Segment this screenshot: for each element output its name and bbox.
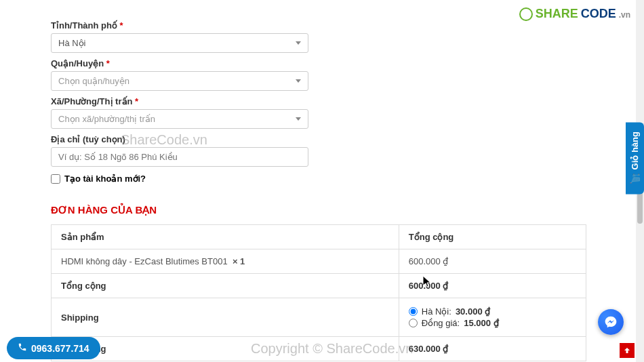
shipping-label: Shipping (52, 298, 399, 337)
district-select[interactable]: Chọn quận/huyện (51, 71, 308, 91)
messenger-icon (604, 315, 618, 329)
address-input[interactable] (51, 147, 308, 167)
total-value: 630.000 ₫ (399, 337, 586, 361)
shipping-opt1[interactable]: Hà Nội: 30.000 ₫ (409, 306, 576, 317)
order-table: Sản phẩm Tổng cộng HDMI không dây - EzCa… (51, 224, 586, 361)
sharecode-logo: SHARECODE.vn (519, 7, 630, 21)
header-total: Tổng cộng (399, 225, 586, 249)
ward-select[interactable]: Chọn xã/phường/thị trấn (51, 109, 308, 129)
create-account-checkbox[interactable] (51, 174, 60, 184)
chevron-down-icon (296, 117, 301, 121)
table-header-row: Sản phẩm Tổng cộng (52, 225, 586, 249)
province-select[interactable]: Hà Nội (51, 33, 308, 53)
messenger-button[interactable] (598, 309, 624, 335)
logo-code: CODE (581, 7, 616, 21)
address-label: Địa chỉ (tuỳ chọn) (51, 134, 586, 144)
shipping-radio-1[interactable] (409, 307, 418, 316)
address-group: Địa chỉ (tuỳ chọn) (51, 134, 586, 167)
create-account-label: Tạo tài khoản mới? (64, 174, 146, 184)
province-value: Hà Nội (58, 38, 86, 48)
ward-placeholder: Chọn xã/phường/thị trấn (58, 114, 155, 124)
logo-icon (519, 7, 533, 21)
table-row: HDMI không dây - EzCast Blutimes BT001 ×… (52, 249, 586, 274)
order-section-title: ĐƠN HÀNG CỦA BẠN (51, 204, 586, 216)
create-account-row[interactable]: Tạo tài khoản mới? (51, 174, 586, 184)
chevron-down-icon (296, 79, 301, 83)
subtotal-value: 600.000 ₫ (399, 274, 586, 298)
item-name: HDMI không dây - EzCast Blutimes BT001 (61, 256, 228, 266)
call-button[interactable]: 0963.677.714 (7, 337, 100, 359)
logo-vn: .vn (619, 10, 630, 20)
shipping-opt2[interactable]: Đồng giá: 15.000 ₫ (409, 318, 576, 328)
district-label: Quận/Huyện * (51, 58, 586, 68)
arrow-up-icon (623, 346, 631, 355)
cart-label: Giỏ hàng (630, 132, 640, 169)
item-cell: HDMI không dây - EzCast Blutimes BT001 ×… (52, 249, 399, 274)
subtotal-label: Tổng cộng (52, 274, 399, 298)
shipping-options: Hà Nội: 30.000 ₫ Đồng giá: 15.000 ₫ (399, 298, 586, 337)
cart-icon: 🛒 (630, 174, 640, 184)
district-group: Quận/Huyện * Chọn quận/huyện (51, 58, 586, 91)
province-label: Tỉnh/Thành phố * (51, 20, 586, 31)
province-group: Tỉnh/Thành phố * Hà Nội (51, 20, 586, 53)
shipping-row: Shipping Hà Nội: 30.000 ₫ Đồng giá: 15.0… (52, 298, 586, 337)
district-placeholder: Chọn quận/huyện (58, 76, 129, 86)
total-row: Tổng cộng 630.000 ₫ (52, 337, 586, 361)
logo-share: SHARE (536, 7, 578, 21)
header-product: Sản phẩm (52, 225, 399, 249)
ward-label: Xã/Phường/Thị trấn * (51, 96, 586, 106)
total-label: Tổng cộng (52, 337, 399, 361)
subtotal-row: Tổng cộng 600.000 ₫ (52, 274, 586, 298)
ward-group: Xã/Phường/Thị trấn * Chọn xã/phường/thị … (51, 96, 586, 129)
cart-side-tab[interactable]: 🛒 Giỏ hàng (626, 122, 644, 194)
chevron-down-icon (296, 41, 301, 45)
shipping-radio-2[interactable] (409, 319, 418, 327)
scroll-top-button[interactable] (620, 343, 635, 358)
phone-number: 0963.677.714 (31, 343, 89, 354)
phone-icon (18, 342, 27, 354)
item-price: 600.000 ₫ (399, 249, 586, 274)
item-qty: × 1 (233, 256, 245, 266)
